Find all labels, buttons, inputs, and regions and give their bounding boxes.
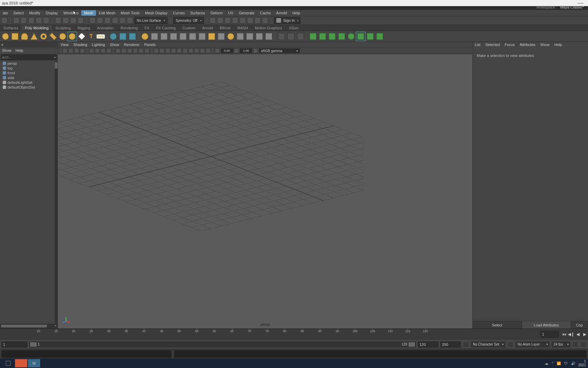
outliner-item-side[interactable]: side — [0, 75, 58, 80]
multi-cut-icon[interactable] — [277, 32, 286, 41]
uv-planar-icon[interactable] — [308, 32, 318, 41]
outliner-search-input[interactable]: arch... — [1, 54, 57, 60]
outliner-menu-show[interactable]: Show — [2, 48, 12, 52]
menu-mesh[interactable]: Mesh — [81, 10, 96, 16]
snap-plane-icon[interactable] — [112, 17, 118, 24]
range-handle-end[interactable] — [409, 342, 415, 347]
menu-curves[interactable]: Curves — [170, 10, 187, 16]
menu-display[interactable]: Display — [43, 10, 61, 16]
vp-xray-icon[interactable] — [200, 48, 205, 53]
tab-poly-modeling[interactable]: Poly Modeling — [21, 25, 52, 31]
vp-joints-icon[interactable] — [206, 48, 211, 53]
vp-colorspace-dropdown[interactable]: sRGB gamma — [259, 48, 300, 53]
vp-image-plane-icon[interactable] — [80, 48, 85, 53]
tab-animation[interactable]: Animation — [94, 25, 117, 31]
svg-tool-icon[interactable]: SVG — [96, 32, 105, 41]
menu-mesh-tools[interactable]: Mesh Tools — [118, 10, 142, 16]
boolean-union-icon[interactable] — [150, 32, 159, 41]
combine-icon[interactable] — [118, 32, 128, 41]
vp-safe-action-icon[interactable] — [133, 48, 138, 53]
boolean-diff-icon[interactable] — [159, 32, 169, 41]
tab-surfaces[interactable]: Surfaces — [0, 25, 21, 31]
current-frame-field[interactable]: 1 — [540, 331, 559, 338]
vp-safe-title-icon[interactable] — [139, 48, 144, 53]
tray-security-icon[interactable]: 🛡 — [564, 362, 568, 365]
live-surface-dropdown[interactable]: No Live Surface — [134, 17, 167, 24]
target-weld-icon[interactable] — [286, 32, 296, 41]
poly-sphere-icon[interactable] — [1, 32, 10, 41]
mirror-icon[interactable] — [109, 32, 118, 41]
render-sequence-icon[interactable] — [225, 17, 231, 24]
range-end-field[interactable]: 120 — [418, 341, 438, 348]
render-icon[interactable] — [210, 17, 216, 24]
vp-gate-mask-icon[interactable] — [121, 48, 126, 53]
uv-cylindrical-icon[interactable] — [318, 32, 327, 41]
outliner-item-lightset[interactable]: defaultLightSet — [0, 80, 58, 85]
signin-button[interactable]: Sign In — [274, 17, 300, 24]
outliner-item-top[interactable]: top — [0, 66, 58, 71]
attr-menu-attributes[interactable]: Attributes — [520, 43, 535, 47]
system-tray[interactable]: ☁ ˄ 📶 🛡 🔊 1 2021 — [545, 359, 586, 367]
select-mode-icon[interactable] — [55, 17, 61, 24]
render-settings-icon[interactable] — [232, 17, 238, 24]
poly-cube-icon[interactable] — [10, 32, 20, 41]
uv-cut-icon[interactable] — [365, 32, 375, 41]
time-slider-track[interactable]: 1015202530354045505560657075808590951001… — [0, 329, 538, 340]
menu-mesh-display[interactable]: Mesh Display — [142, 10, 170, 16]
detach-icon[interactable] — [207, 32, 216, 41]
vp-view-transform-icon[interactable] — [253, 48, 258, 53]
menu-modify[interactable]: Modify — [27, 10, 43, 16]
outliner-menu-help[interactable]: Help — [16, 48, 23, 52]
vp-isolate-icon[interactable] — [194, 48, 199, 53]
poly-plane-icon[interactable] — [48, 32, 58, 41]
snap-curve-icon[interactable] — [97, 17, 103, 24]
outliner-item-front[interactable]: front — [0, 71, 58, 75]
sculpt-icon[interactable] — [264, 32, 274, 41]
bridge-icon[interactable] — [188, 32, 197, 41]
play-back-button[interactable]: ◀ — [575, 331, 581, 337]
taskbar-app-icon[interactable] — [15, 359, 27, 367]
ipr-render-icon[interactable] — [217, 17, 223, 24]
range-slider[interactable]: 1 120 — [29, 342, 416, 347]
taskbar-maya-icon[interactable]: M — [28, 359, 40, 367]
tab-arnold[interactable]: Arnold — [199, 25, 216, 31]
paint-select-icon[interactable] — [70, 17, 76, 24]
menu-help[interactable]: Help — [290, 10, 303, 16]
snap-surface-icon[interactable] — [119, 17, 126, 24]
quadrangulate-icon[interactable] — [255, 32, 264, 41]
tray-onedrive-icon[interactable]: ☁ — [545, 362, 548, 365]
select-tool-icon[interactable] — [78, 17, 84, 24]
vp-select-camera-icon[interactable] — [63, 48, 67, 53]
tray-volume-icon[interactable]: 🔊 — [571, 362, 575, 365]
menu-edit-mesh[interactable]: Edit Mesh — [96, 10, 118, 16]
uv-auto-icon[interactable] — [337, 32, 346, 41]
tab-custom[interactable]: Custom — [179, 25, 199, 31]
workspace-selector[interactable]: Workspace : Maya Classic* — [536, 5, 584, 9]
attr-menu-show[interactable]: Show — [540, 43, 550, 47]
poly-torus-icon[interactable] — [39, 32, 48, 41]
playblast-icon[interactable] — [247, 17, 253, 24]
vp-gamma-field[interactable]: 1.00 — [240, 48, 252, 53]
symmetry-dropdown[interactable]: Symmetry: Off — [173, 17, 204, 24]
vp-gamma-icon[interactable] — [234, 48, 239, 53]
type-tool-icon[interactable]: T — [86, 32, 96, 41]
tab-mash[interactable]: MASH — [234, 25, 251, 31]
vp-aa-icon[interactable] — [183, 48, 187, 53]
vp-menu-view[interactable]: View — [61, 43, 69, 47]
attr-menu-help[interactable]: Help — [554, 43, 562, 47]
vp-lock-camera-icon[interactable] — [68, 48, 73, 53]
outliner-vscrollbar[interactable] — [55, 61, 58, 324]
menu-uv[interactable]: UV — [226, 10, 236, 16]
go-to-start-button[interactable]: ⏮ — [561, 331, 567, 337]
poly-cylinder-icon[interactable] — [20, 32, 29, 41]
menu-cache[interactable]: Cache — [257, 10, 274, 16]
vp-resolution-icon[interactable] — [116, 48, 120, 53]
anim-layer-dropdown[interactable]: No Anim Layer — [516, 341, 550, 348]
step-back-button[interactable]: ◀❙ — [568, 331, 574, 337]
menu-arnold[interactable]: Arnold — [274, 10, 290, 16]
vp-bookmarks-icon[interactable] — [74, 48, 79, 53]
vp-menu-show[interactable]: Show — [110, 43, 119, 47]
range-options-icon[interactable] — [463, 341, 469, 348]
uv-spherical-icon[interactable] — [327, 32, 337, 41]
tab-xgen[interactable]: XGen — [285, 25, 302, 31]
